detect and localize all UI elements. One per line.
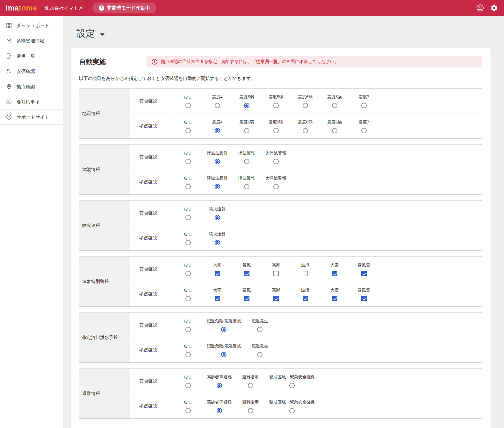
radio-option[interactable]: なし	[177, 94, 198, 108]
radio-control[interactable]	[303, 128, 308, 133]
checkbox-control[interactable]	[332, 271, 337, 276]
sidebar-item-location-check[interactable]: 拠点確認	[0, 79, 63, 94]
radio-option[interactable]: 震度7	[353, 94, 374, 108]
radio-option[interactable]: 警戒区域・緊急安全確保	[269, 374, 315, 388]
radio-option[interactable]: 津波警報	[236, 175, 257, 189]
sidebar-item-dashboard[interactable]: ダッシュボード	[0, 18, 63, 33]
radio-control[interactable]	[185, 184, 191, 189]
radio-control[interactable]	[185, 128, 191, 133]
radio-option[interactable]: 氾濫危険/氾濫警戒	[207, 343, 241, 357]
checkbox-control[interactable]	[215, 296, 220, 301]
radio-control[interactable]	[217, 408, 222, 413]
radio-option[interactable]: なし	[177, 287, 198, 301]
radio-control[interactable]	[332, 128, 337, 133]
radio-option[interactable]: 噴火速報	[207, 206, 228, 220]
checkbox-option[interactable]: 大雪	[324, 287, 345, 301]
checkbox-control[interactable]	[244, 271, 249, 276]
radio-control[interactable]	[215, 103, 220, 108]
radio-option[interactable]: 震度4	[207, 119, 228, 133]
sidebar-item-support-site[interactable]: ? サポートサイト	[0, 109, 63, 125]
radio-option[interactable]: 震度7	[353, 119, 374, 133]
radio-control[interactable]	[185, 159, 191, 164]
checkbox-control[interactable]	[361, 296, 367, 301]
checkbox-control[interactable]	[361, 271, 367, 276]
radio-option[interactable]: なし	[177, 318, 198, 332]
radio-option[interactable]: なし	[177, 119, 198, 133]
checkbox-option[interactable]: 暴風	[236, 287, 257, 301]
radio-control[interactable]	[215, 128, 220, 133]
radio-option[interactable]: 避難指示	[240, 399, 261, 413]
employee-list-link[interactable]: 従業員一覧	[256, 59, 278, 64]
checkbox-option[interactable]: 暴風雪	[353, 287, 374, 301]
radio-control[interactable]	[221, 327, 227, 332]
radio-control[interactable]	[215, 184, 220, 189]
checkbox-control[interactable]	[303, 296, 308, 301]
radio-control[interactable]	[289, 383, 295, 388]
radio-option[interactable]: 震度6強	[324, 119, 345, 133]
radio-control[interactable]	[215, 159, 220, 164]
radio-control[interactable]	[185, 408, 191, 413]
radio-control[interactable]	[185, 296, 191, 301]
radio-option[interactable]: なし	[177, 374, 198, 388]
sidebar-item-safety-check[interactable]: 安否確認	[0, 64, 63, 79]
radio-control[interactable]	[361, 103, 367, 108]
radio-control[interactable]	[303, 103, 308, 108]
radio-option[interactable]: 高齢者等避難	[207, 374, 232, 388]
radio-control[interactable]	[185, 383, 191, 388]
radio-option[interactable]: 震度6強	[324, 94, 345, 108]
sidebar-item-crisis-info[interactable]: 危機管理情報	[0, 33, 63, 48]
radio-option[interactable]: なし	[177, 262, 198, 276]
checkbox-control[interactable]	[273, 271, 279, 276]
chevron-down-icon[interactable]	[100, 33, 104, 36]
checkbox-option[interactable]: 大雨	[207, 287, 228, 301]
gear-icon[interactable]	[490, 4, 498, 12]
radio-control[interactable]	[221, 352, 227, 357]
radio-control[interactable]	[257, 352, 263, 357]
radio-option[interactable]: 震度5強	[265, 119, 286, 133]
radio-control[interactable]	[273, 184, 279, 189]
checkbox-control[interactable]	[303, 271, 308, 276]
radio-control[interactable]	[185, 215, 191, 220]
radio-control[interactable]	[185, 240, 191, 245]
checkbox-option[interactable]: 大雨	[207, 262, 228, 276]
radio-option[interactable]: 氾濫発生	[249, 318, 270, 332]
checkbox-option[interactable]: 暴風	[236, 262, 257, 276]
radio-control[interactable]	[215, 215, 220, 220]
radio-option[interactable]: 噴火速報	[207, 231, 228, 245]
checkbox-control[interactable]	[273, 296, 279, 301]
radio-control[interactable]	[185, 327, 191, 332]
radio-control[interactable]	[215, 240, 220, 245]
emergency-mode-badge[interactable]: ! 非常時モード作動中	[92, 3, 157, 13]
checkbox-control[interactable]	[244, 296, 249, 301]
radio-control[interactable]	[185, 271, 191, 276]
checkbox-option[interactable]: 高潮	[265, 262, 286, 276]
checkbox-option[interactable]: 波浪	[295, 262, 316, 276]
radio-option[interactable]: 大津波警報	[265, 150, 286, 164]
radio-control[interactable]	[185, 352, 191, 357]
radio-option[interactable]: なし	[177, 206, 198, 220]
radio-control[interactable]	[289, 408, 295, 413]
radio-option[interactable]: 大津波警報	[265, 175, 286, 189]
radio-control[interactable]	[273, 103, 279, 108]
sidebar-item-locations-list[interactable]: 拠点一覧	[0, 48, 63, 64]
radio-control[interactable]	[332, 103, 337, 108]
radio-option[interactable]: 氾濫危険/氾濫警戒	[207, 318, 241, 332]
radio-option[interactable]: なし	[177, 175, 198, 189]
radio-option[interactable]: 津波警報	[236, 150, 257, 164]
imatome-logo[interactable]: imatome	[6, 4, 37, 12]
radio-option[interactable]: 津波注意報	[207, 175, 228, 189]
checkbox-option[interactable]: 波浪	[295, 287, 316, 301]
radio-option[interactable]: 震度5強	[265, 94, 286, 108]
radio-control[interactable]	[217, 383, 222, 388]
checkbox-option[interactable]: 高潮	[265, 287, 286, 301]
radio-option[interactable]: 震度4	[207, 94, 228, 108]
sidebar-item-action-items[interactable]: 要対応事項	[0, 94, 63, 109]
radio-control[interactable]	[361, 128, 367, 133]
radio-control[interactable]	[185, 103, 191, 108]
radio-control[interactable]	[248, 408, 253, 413]
account-icon[interactable]	[476, 4, 484, 12]
radio-option[interactable]: 氾濫発生	[249, 343, 270, 357]
radio-option[interactable]: 津波注意報	[207, 150, 228, 164]
radio-control[interactable]	[244, 128, 249, 133]
radio-option[interactable]: 震度6弱	[295, 94, 316, 108]
